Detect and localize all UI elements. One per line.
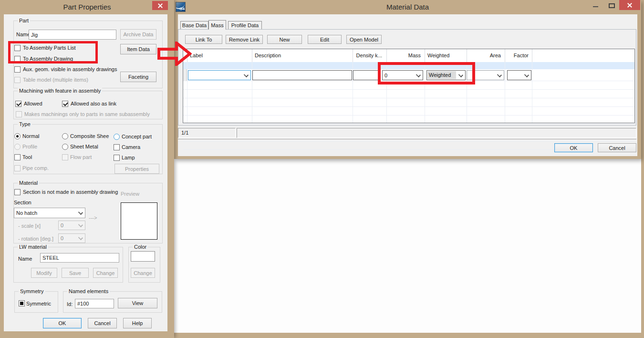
archive-data-button[interactable]: Archive Data	[120, 29, 156, 40]
column-separator	[425, 49, 425, 62]
symmetry-group-label: Symmetry	[19, 288, 45, 295]
scale-value: 0	[61, 222, 63, 228]
composite-sheet-radio[interactable]	[62, 133, 68, 139]
properties-button[interactable]: Properties	[114, 164, 159, 174]
color-change-button[interactable]: Change	[131, 268, 155, 278]
table-model-checkbox	[14, 77, 21, 83]
hatch-arrow-label: --->	[89, 215, 97, 221]
close-icon	[627, 2, 633, 8]
sheet-metal-label: Sheet Metal	[70, 144, 98, 150]
material-table: Label Description Density k... Mass Weig…	[183, 49, 635, 123]
close-icon	[157, 3, 163, 9]
profile-label: Profile	[22, 144, 37, 150]
maximize-button[interactable]	[609, 3, 615, 8]
column-separator	[532, 49, 532, 62]
hatch-preview-box	[121, 202, 157, 240]
chevron-down-icon	[244, 73, 249, 77]
annotation-box-mass-weighted	[378, 62, 475, 84]
part-properties-title: Part Properties	[0, 0, 174, 14]
aux-geom-label: Aux. geom. visible in assembly drawings	[23, 66, 117, 73]
app-window-right-frame	[641, 0, 644, 338]
grid-line	[532, 62, 532, 123]
minimize-button[interactable]	[593, 6, 598, 7]
view-button[interactable]: View	[118, 298, 157, 308]
edit-row-header-cell	[183, 69, 187, 81]
column-header-weighted[interactable]: Weighted	[427, 49, 449, 62]
item-data-button[interactable]: Item Data	[120, 44, 156, 54]
column-header-label[interactable]: Label	[190, 49, 203, 62]
save-button[interactable]: Save	[62, 268, 89, 278]
allowed-also-as-link-label: Allowed also as link	[71, 101, 116, 107]
ok-button[interactable]: OK	[43, 318, 82, 328]
rotation-dropdown: 0	[58, 233, 85, 243]
tab-base-data[interactable]: Base Data	[180, 21, 208, 29]
section-not-made-checkbox[interactable]	[14, 189, 21, 195]
modify-button[interactable]: Modify	[31, 268, 57, 278]
grid-line	[183, 115, 634, 116]
normal-radio[interactable]	[14, 133, 21, 139]
symmetric-checkbox[interactable]	[19, 300, 25, 306]
new-button[interactable]: New	[267, 35, 302, 44]
remove-link-button[interactable]: Remove Link	[226, 35, 263, 44]
grid-line	[183, 141, 634, 141]
grid-line	[183, 106, 634, 107]
app-g4-icon: G4	[176, 2, 186, 12]
tool-checkbox[interactable]	[14, 154, 21, 160]
table-model-label: Table model (multiple items)	[23, 77, 88, 83]
section-hatch-dropdown[interactable]: No hatch	[14, 208, 85, 218]
id-input[interactable]: #100	[75, 299, 114, 308]
column-header-factor[interactable]: Factor	[506, 49, 529, 62]
ok-button[interactable]: OK	[554, 143, 593, 152]
named-elements-group-label: Named elements	[67, 288, 110, 295]
label-combobox[interactable]	[188, 70, 251, 80]
flow-part-checkbox	[62, 154, 68, 160]
open-model-button[interactable]: Open Model	[346, 35, 382, 44]
column-header-density[interactable]: Density k...	[352, 49, 382, 62]
close-button[interactable]	[619, 0, 640, 10]
chevron-down-icon	[78, 222, 83, 227]
profile-radio	[14, 144, 21, 150]
annotation-arrow-right-icon	[157, 42, 192, 66]
sheet-metal-radio[interactable]	[62, 144, 68, 150]
name-label: Name	[16, 32, 30, 38]
lamp-checkbox[interactable]	[114, 155, 120, 161]
concept-part-radio[interactable]	[114, 134, 120, 140]
part-group-label: Part	[18, 18, 30, 24]
column-separator	[353, 49, 353, 62]
density-input[interactable]	[353, 70, 380, 80]
column-header-description[interactable]: Description	[255, 49, 281, 62]
makes-machinings-label: Makes machinings only to parts in same s…	[24, 111, 150, 117]
help-button[interactable]: Help	[123, 318, 152, 328]
allowed-also-as-link-checkbox[interactable]	[62, 101, 68, 107]
normal-label: Normal	[22, 133, 39, 139]
factor-combobox[interactable]	[507, 70, 531, 80]
section-not-made-label: Section is not made in assembly drawing	[23, 189, 118, 195]
tab-mass[interactable]: Mass	[208, 20, 226, 30]
column-separator	[505, 49, 505, 62]
grid-line	[183, 98, 634, 98]
column-separator	[386, 49, 387, 62]
close-button[interactable]	[152, 1, 168, 10]
lw-name-input[interactable]: STEEL	[40, 253, 119, 263]
faceting-button[interactable]: Faceting	[120, 72, 156, 82]
tool-label: Tool	[22, 154, 32, 160]
tab-profile-data[interactable]: Profile Data	[228, 21, 262, 29]
description-input[interactable]	[252, 70, 352, 80]
color-group-label: Color	[133, 244, 148, 250]
allowed-checkbox[interactable]	[15, 101, 21, 107]
column-header-mass[interactable]: Mass	[387, 49, 421, 62]
edit-button[interactable]: Edit	[308, 35, 342, 44]
composite-sheet-label: Composite Shee	[70, 133, 109, 139]
rotation-value: 0	[61, 235, 63, 241]
id-label: Id:	[67, 301, 73, 307]
column-header-area[interactable]: Area	[467, 49, 501, 62]
grid-line	[505, 62, 505, 123]
camera-checkbox[interactable]	[114, 144, 120, 150]
aux-geom-checkbox[interactable]	[14, 66, 21, 73]
cancel-button[interactable]: Cancel	[88, 318, 117, 328]
concept-part-label: Concept part	[122, 134, 152, 140]
part-name-input[interactable]: Jig	[29, 30, 116, 40]
scale-label: - scale [x]	[18, 223, 41, 229]
cancel-button[interactable]: Cancel	[598, 143, 636, 152]
lw-change-button[interactable]: Change	[93, 268, 118, 278]
